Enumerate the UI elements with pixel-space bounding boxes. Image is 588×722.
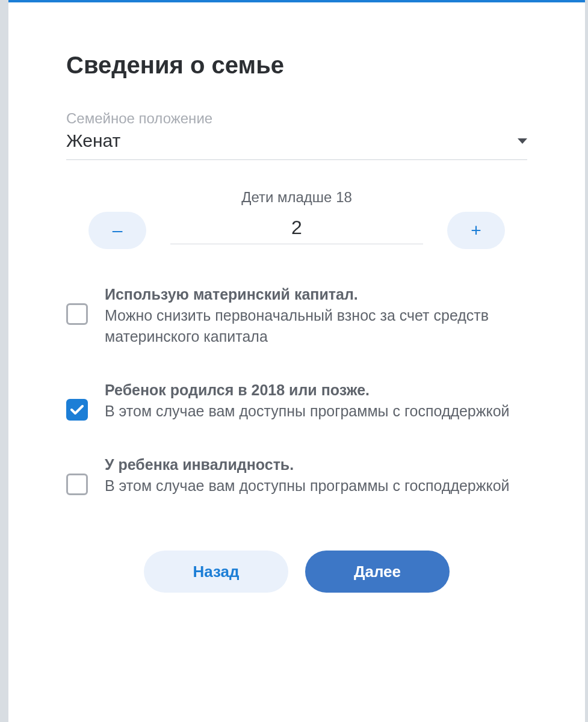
option-text: У ребенка инвалидность. В этом случае ва… — [105, 454, 510, 496]
checkbox-child-disability[interactable] — [66, 474, 88, 495]
option-text: Использую материнский капитал. Можно сни… — [105, 284, 527, 347]
button-row: Назад Далее — [66, 551, 527, 593]
children-count-value: 2 — [170, 217, 423, 239]
back-button[interactable]: Назад — [144, 551, 288, 593]
option-desc: Можно снизить первоначальный взнос за сч… — [105, 307, 489, 345]
marital-status-select[interactable]: Женат — [66, 131, 527, 160]
children-label: Дети младше 18 — [66, 189, 527, 206]
option-title: Ребенок родился в 2018 или позже. — [105, 381, 370, 398]
option-text: Ребенок родился в 2018 или позже. В этом… — [105, 380, 510, 422]
next-button[interactable]: Далее — [305, 551, 450, 593]
option-maternity-capital: Использую материнский капитал. Можно сни… — [66, 284, 527, 347]
checkbox-child-2018[interactable] — [66, 399, 88, 421]
option-title: У ребенка инвалидность. — [105, 456, 294, 473]
increment-button[interactable]: + — [447, 212, 505, 249]
marital-status-value: Женат — [66, 131, 120, 151]
children-stepper: Дети младше 18 – 2 + — [66, 189, 527, 249]
option-title: Использую материнский капитал. — [105, 286, 358, 303]
option-child-2018: Ребенок родился в 2018 или позже. В этом… — [66, 380, 527, 422]
page-title: Сведения о семье — [66, 52, 527, 79]
marital-status-label: Семейное положение — [66, 110, 527, 127]
option-child-disability: У ребенка инвалидность. В этом случае ва… — [66, 454, 527, 496]
decrement-button[interactable]: – — [88, 212, 146, 249]
option-desc: В этом случае вам доступны программы с г… — [105, 477, 510, 494]
children-count-field[interactable]: 2 — [170, 217, 423, 244]
form-card: Сведения о семье Семейное положение Жена… — [8, 0, 585, 722]
option-desc: В этом случае вам доступны программы с г… — [105, 403, 510, 419]
chevron-down-icon — [518, 138, 527, 144]
checkbox-maternity-capital[interactable] — [66, 303, 88, 325]
